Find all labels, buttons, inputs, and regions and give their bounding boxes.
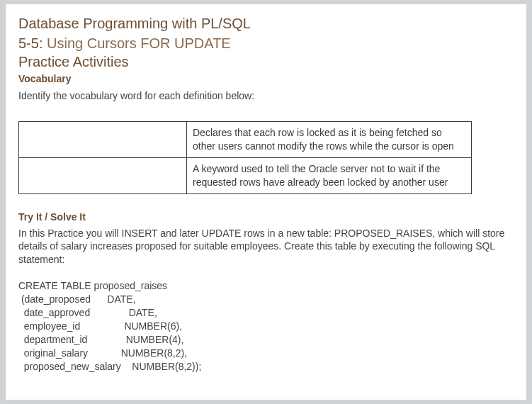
page: Database Programming with PL/SQL 5-5: Us… bbox=[6, 4, 526, 400]
practice-heading: Practice Activities bbox=[18, 54, 514, 70]
course-title: Database Programming with PL/SQL bbox=[18, 14, 514, 33]
sql-code-block: CREATE TABLE proposed_raises (date_propo… bbox=[18, 279, 514, 373]
vocab-definition-cell: A keyword used to tell the Oracle server… bbox=[187, 157, 472, 193]
table-row: Declares that each row is locked as it i… bbox=[19, 122, 472, 158]
vocab-term-cell bbox=[19, 122, 187, 158]
lesson-line: 5-5: Using Cursors FOR UPDATE bbox=[18, 34, 514, 52]
vocab-term-cell bbox=[19, 157, 187, 193]
lesson-title: Using Cursors FOR UPDATE bbox=[47, 35, 231, 51]
vocab-definition-cell: Declares that each row is locked as it i… bbox=[187, 122, 472, 158]
tryit-heading: Try It / Solve It bbox=[18, 211, 514, 223]
vocab-instruction: Identify the vocabulary word for each de… bbox=[18, 90, 514, 101]
lesson-number: 5-5: bbox=[18, 35, 43, 51]
table-row: A keyword used to tell the Oracle server… bbox=[19, 157, 472, 193]
tryit-intro: In this Practice you will INSERT and lat… bbox=[18, 227, 514, 267]
vocab-table: Declares that each row is locked as it i… bbox=[18, 121, 472, 194]
vocab-heading: Vocabulary bbox=[18, 73, 514, 84]
